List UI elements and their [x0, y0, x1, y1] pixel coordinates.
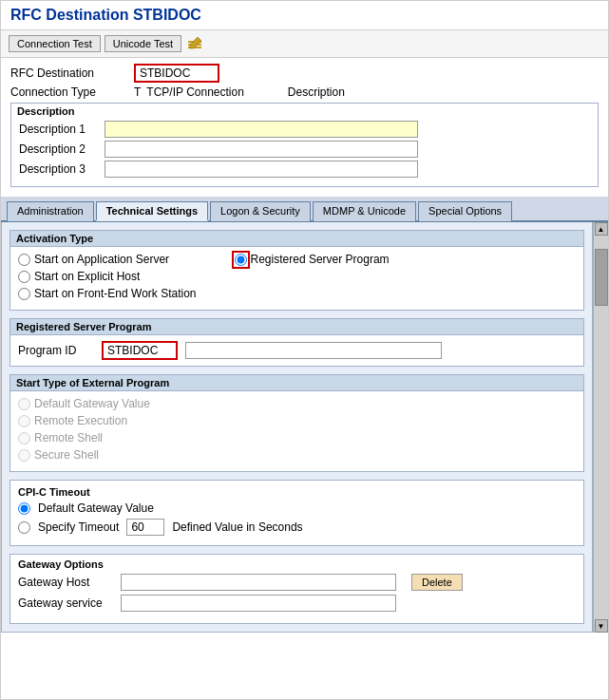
radio-start-app-row: Start on Application Server: [18, 253, 197, 266]
activation-type-header: Activation Type: [10, 231, 583, 247]
radio-default-gw-row: Default Gateway Value: [18, 397, 576, 410]
tab-logon-security[interactable]: Logon & Security: [210, 201, 311, 221]
tab-technical-settings[interactable]: Technical Settings: [96, 201, 208, 221]
program-id-extra-input[interactable]: [185, 342, 442, 359]
desc1-input[interactable]: [105, 121, 418, 138]
gateway-service-label: Gateway service: [18, 596, 113, 610]
program-id-value[interactable]: [102, 341, 178, 360]
cpi-default-label: Default Gateway Value: [38, 501, 154, 515]
radio-start-app[interactable]: [18, 254, 30, 266]
tab-special-options[interactable]: Special Options: [418, 201, 512, 221]
rfc-destination-label: RFC Destination: [10, 66, 134, 80]
tab-administration[interactable]: Administration: [7, 201, 94, 221]
radio-start-explicit-row: Start on Explicit Host: [18, 270, 197, 283]
start-type-header: Start Type of External Program: [10, 375, 583, 391]
cpi-timeout-section: CPI-C Timeout Default Gateway Value Spec…: [10, 480, 584, 546]
cpi-specify-row: Specify Timeout Defined Value in Seconds: [18, 519, 576, 536]
defined-value-label: Defined Value in Seconds: [172, 520, 302, 534]
registered-server-content: Program ID: [10, 335, 583, 366]
delete-button[interactable]: Delete: [411, 574, 463, 591]
radio-start-explicit-label: Start on Explicit Host: [34, 270, 140, 283]
start-type-content: Default Gateway Value Remote Execution R…: [10, 391, 583, 471]
radio-remote-shell-row: Remote Shell: [18, 431, 576, 445]
radio-registered-row: Registered Server Program: [235, 253, 390, 266]
desc1-row: Description 1: [19, 121, 590, 138]
gateway-host-label: Gateway Host: [18, 576, 113, 589]
cpi-timeout-label: CPI-C Timeout: [18, 486, 576, 498]
radio-remote-execution[interactable]: [18, 415, 30, 427]
connection-type-row: Connection Type T TCP/IP Connection Desc…: [10, 85, 599, 99]
desc2-row: Description 2: [19, 141, 590, 158]
tabs-container: Administration Technical Settings Logon …: [1, 197, 608, 222]
gateway-service-row: Gateway service: [18, 595, 576, 612]
form-area: RFC Destination Connection Type T TCP/IP…: [1, 58, 608, 197]
start-type-label: Start Type of External Program: [16, 377, 169, 388]
tab-content-wrapper: Activation Type Start on Application Ser…: [1, 222, 608, 633]
tab-content: Activation Type Start on Application Ser…: [1, 222, 593, 633]
radio-secure-shell-label: Secure Shell: [34, 448, 99, 462]
start-type-section: Start Type of External Program Default G…: [10, 374, 584, 472]
rfc-destination-input[interactable]: [134, 64, 219, 83]
activation-type-label: Activation Type: [16, 233, 93, 244]
gateway-options-section: Gateway Options Gateway Host Delete Gate…: [10, 554, 584, 624]
connection-type-desc: TCP/IP Connection: [141, 85, 250, 99]
connection-test-button[interactable]: Connection Test: [9, 35, 101, 52]
gateway-host-input[interactable]: [121, 574, 396, 591]
gateway-options-label: Gateway Options: [18, 558, 576, 570]
program-id-label: Program ID: [18, 344, 94, 357]
tab-mdmp-unicode[interactable]: MDMP & Unicode: [313, 201, 416, 221]
radio-start-explicit[interactable]: [18, 271, 30, 283]
scroll-thumb[interactable]: [595, 249, 608, 306]
unicode-test-button[interactable]: Unicode Test: [105, 35, 181, 52]
edit-icon[interactable]: [185, 34, 204, 53]
description-section: Description Description 1 Description 2 …: [10, 103, 599, 187]
radio-start-frontend[interactable]: [18, 288, 30, 300]
registered-server-label: Registered Server Program: [16, 321, 151, 332]
page-title: RFC Destination STBIDOC: [1, 1, 608, 30]
desc1-label: Description 1: [19, 123, 105, 136]
radio-start-frontend-row: Start on Front-End Work Station: [18, 287, 197, 300]
description-section-label: Description: [17, 105, 75, 117]
radio-remote-exec-row: Remote Execution: [18, 414, 576, 427]
radio-start-frontend-label: Start on Front-End Work Station: [34, 287, 197, 300]
cpi-specify-label: Specify Timeout: [38, 520, 119, 534]
scroll-down-button[interactable]: ▼: [595, 619, 608, 633]
radio-remote-execution-label: Remote Execution: [34, 414, 127, 427]
radio-default-gateway[interactable]: [18, 398, 30, 410]
radio-secure-shell[interactable]: [18, 449, 30, 462]
activation-type-content: Start on Application Server Start on Exp…: [10, 247, 583, 310]
radio-start-app-label: Start on Application Server: [34, 253, 169, 266]
radio-remote-shell-label: Remote Shell: [34, 431, 103, 445]
radio-secure-shell-row: Secure Shell: [18, 448, 576, 462]
registered-server-header: Registered Server Program: [10, 319, 583, 335]
radio-default-gateway-label: Default Gateway Value: [34, 397, 150, 410]
right-scrollbar[interactable]: ▲ ▼: [593, 222, 608, 633]
desc3-input[interactable]: [105, 161, 418, 178]
scroll-up-button[interactable]: ▲: [595, 222, 608, 236]
desc3-label: Description 3: [19, 162, 105, 176]
radio-registered[interactable]: [235, 254, 247, 266]
desc2-input[interactable]: [105, 141, 418, 158]
cpi-radio-default[interactable]: [18, 502, 30, 515]
connection-type-label: Connection Type: [10, 85, 134, 99]
cpi-radio-specify[interactable]: [18, 521, 30, 534]
rfc-destination-row: RFC Destination: [10, 64, 599, 83]
technical-settings-content: Activation Type Start on Application Ser…: [1, 222, 593, 633]
radio-remote-shell[interactable]: [18, 432, 30, 445]
desc2-label: Description 2: [19, 142, 105, 156]
radio-registered-label: Registered Server Program: [251, 253, 390, 266]
registered-server-section: Registered Server Program Program ID: [10, 318, 584, 367]
gateway-host-row: Gateway Host Delete: [18, 574, 576, 591]
program-id-row: Program ID: [18, 341, 576, 360]
toolbar: Connection Test Unicode Test: [1, 30, 608, 58]
activation-type-section: Activation Type Start on Application Ser…: [10, 230, 584, 311]
cpi-timeout-value[interactable]: [126, 519, 164, 536]
gateway-service-input[interactable]: [121, 595, 396, 612]
desc3-row: Description 3: [19, 161, 590, 178]
description-label-inline: Description: [288, 85, 345, 99]
connection-type-value: T: [134, 85, 141, 99]
cpi-default-gw-row: Default Gateway Value: [18, 501, 576, 515]
